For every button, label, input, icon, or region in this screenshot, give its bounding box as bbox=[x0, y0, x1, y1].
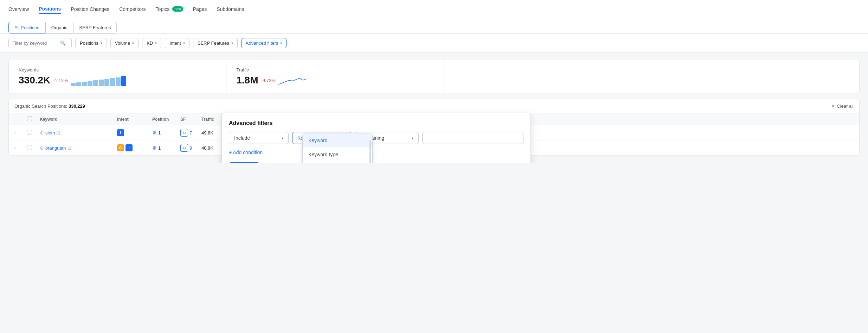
row-checkbox[interactable] bbox=[27, 145, 32, 150]
volume-filter[interactable]: Volume ▾ bbox=[110, 38, 139, 48]
chevron-down-icon: ▾ bbox=[183, 41, 185, 45]
sf-cell: ⊡ 9 bbox=[180, 144, 201, 152]
add-icon[interactable]: ⊕ bbox=[40, 145, 44, 151]
nav-competitors[interactable]: Competitors bbox=[119, 5, 146, 13]
nav-positions[interactable]: Positions bbox=[39, 5, 61, 14]
keywords-value: 330.2K -1.12% bbox=[19, 75, 216, 86]
nav-subdomains[interactable]: Subdomains bbox=[217, 5, 244, 13]
expand-button[interactable]: › bbox=[14, 131, 27, 135]
keywords-stat: Keywords 330.2K -1.12% bbox=[9, 60, 226, 93]
traffic-change: -9.72% bbox=[261, 78, 276, 83]
col-keyword: Keyword bbox=[40, 117, 117, 122]
main-content: Keywords 330.2K -1.12% Tra bbox=[0, 53, 868, 163]
kd-filter[interactable]: KD ▾ bbox=[142, 38, 161, 48]
intent-badge-i: I bbox=[126, 144, 133, 151]
advanced-filters-title: Advanced filters bbox=[229, 120, 523, 126]
intent-badge-c: C bbox=[117, 144, 124, 151]
search-icon: 🔍 bbox=[60, 40, 66, 46]
tab-serp-features[interactable]: SERP Features bbox=[73, 22, 117, 33]
expand-button[interactable]: › bbox=[14, 146, 27, 150]
top-nav: Overview Positions Position Changes Comp… bbox=[0, 0, 868, 18]
keyword-field-dropdown: Keyword Keyword type CPC URL Traffic Tra… bbox=[302, 133, 373, 163]
tab-all-positions[interactable]: All Positions bbox=[8, 22, 45, 33]
include-select[interactable]: Include ▾ bbox=[229, 132, 289, 144]
sf-count: 9 bbox=[189, 145, 192, 151]
scrollbar bbox=[369, 140, 371, 163]
chevron-down-icon: ▾ bbox=[132, 41, 134, 45]
add-condition-button[interactable]: + Add condition bbox=[229, 150, 523, 155]
kd-item-keyword[interactable]: Keyword bbox=[303, 133, 372, 147]
chevron-down-icon: ▾ bbox=[101, 41, 102, 45]
keywords-chart bbox=[71, 75, 126, 86]
doc-icon: ⊟ bbox=[67, 145, 71, 151]
nav-overview[interactable]: Overview bbox=[8, 5, 29, 13]
keywords-label: Keywords bbox=[19, 67, 216, 73]
search-input[interactable] bbox=[12, 40, 58, 46]
chevron-down-icon: ▾ bbox=[282, 136, 283, 140]
serp-features-filter[interactable]: SERP Features ▾ bbox=[193, 38, 238, 48]
add-icon[interactable]: ⊕ bbox=[40, 130, 44, 136]
intent-cell: I bbox=[117, 129, 152, 136]
col-position: Position bbox=[152, 117, 180, 122]
keyword-search-box[interactable]: 🔍 bbox=[8, 38, 72, 48]
position-cell: ♛ 1 bbox=[152, 130, 180, 136]
table-info: Organic Search Positions: 330,229 bbox=[14, 103, 85, 109]
apply-button[interactable]: Apply bbox=[229, 162, 259, 163]
traffic-label: Traffic bbox=[236, 67, 434, 73]
keywords-change: -1.12% bbox=[53, 78, 67, 83]
chevron-down-icon: ▾ bbox=[155, 41, 157, 45]
crown-icon: ♛ bbox=[152, 145, 157, 151]
kd-item-keyword-type[interactable]: Keyword type bbox=[303, 147, 372, 162]
kd-item-cpc[interactable]: CPC bbox=[303, 162, 372, 163]
nav-position-changes[interactable]: Position Changes bbox=[71, 5, 109, 13]
keyword-link[interactable]: sloth bbox=[45, 130, 55, 136]
filters-row: 🔍 Positions ▾ Volume ▾ KD ▾ Intent ▾ SER… bbox=[0, 34, 868, 53]
sf-cell: ⊡ 7 bbox=[180, 129, 201, 137]
table-header: Organic Search Positions: 330,229 ✕ Clea… bbox=[9, 99, 859, 113]
chevron-down-icon: ▾ bbox=[280, 41, 282, 45]
traffic-value: 1.8M -9.72% bbox=[236, 75, 434, 86]
keyword-cell: ⊕ sloth ⊟ bbox=[40, 130, 117, 136]
intent-cell: C I bbox=[117, 144, 152, 151]
sf-count: 7 bbox=[189, 130, 192, 136]
col-sf: SF bbox=[180, 117, 201, 122]
traffic-stat: Traffic 1.8M -9.72% bbox=[226, 60, 444, 93]
doc-icon: ⊟ bbox=[56, 130, 60, 136]
chevron-down-icon: ▾ bbox=[231, 41, 233, 45]
traffic-chart bbox=[278, 75, 307, 86]
select-all-checkbox[interactable] bbox=[27, 116, 32, 121]
intent-filter[interactable]: Intent ▾ bbox=[165, 38, 189, 48]
row-checkbox[interactable] bbox=[27, 130, 32, 135]
actions-row: Apply bbox=[229, 162, 523, 163]
crown-icon: ♛ bbox=[152, 130, 157, 136]
filter-condition-row: Include ▾ Keyword ▾ Containing ▾ bbox=[229, 132, 523, 144]
keyword-link[interactable]: orangutan bbox=[45, 145, 66, 151]
tab-organic[interactable]: Organic bbox=[45, 22, 73, 33]
clear-all-button[interactable]: ✕ Clear all bbox=[831, 103, 854, 109]
close-icon: ✕ bbox=[831, 103, 835, 109]
chevron-down-icon: ▾ bbox=[412, 136, 413, 140]
sf-icon[interactable]: ⊡ bbox=[180, 129, 188, 137]
stats-row: Keywords 330.2K -1.12% Tra bbox=[8, 60, 860, 93]
advanced-filters-panel: Advanced filters Include ▾ Keyword ▾ Con… bbox=[221, 113, 531, 163]
keyword-cell: ⊕ orangutan ⊟ bbox=[40, 145, 117, 151]
position-cell: ♛ 1 bbox=[152, 145, 180, 151]
col-intent: Intent bbox=[117, 117, 152, 122]
nav-topics[interactable]: Topics new bbox=[156, 5, 183, 13]
advanced-filters-button[interactable]: Advanced filters ▾ bbox=[241, 38, 287, 48]
filter-value-input[interactable] bbox=[422, 132, 523, 144]
nav-pages[interactable]: Pages bbox=[193, 5, 207, 13]
sf-icon[interactable]: ⊡ bbox=[180, 144, 188, 152]
sub-nav: All Positions Organic SERP Features bbox=[0, 18, 868, 34]
topics-badge: new bbox=[172, 6, 183, 12]
positions-filter[interactable]: Positions ▾ bbox=[75, 38, 107, 48]
intent-badge-i: I bbox=[117, 129, 124, 136]
empty-stat-1 bbox=[444, 60, 860, 93]
